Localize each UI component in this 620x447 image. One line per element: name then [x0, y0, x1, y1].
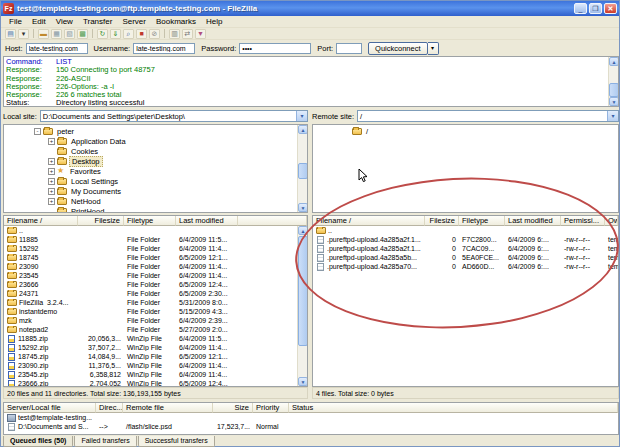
menu-item-transfer[interactable]: Transfer [78, 17, 118, 26]
file-row[interactable]: 23090.zip11,376,5...WinZip File6/4/2009 … [4, 361, 307, 370]
port-input[interactable] [336, 43, 362, 54]
column-header-owner-[interactable]: Owner/... [605, 216, 618, 226]
column-header-size[interactable]: Size [213, 403, 253, 413]
cancel-icon[interactable]: ■ [136, 29, 147, 39]
column-header-status[interactable]: Status [289, 403, 618, 413]
quickconnect-dropdown-icon[interactable]: ▾ [428, 42, 439, 55]
tab-successful-transfers[interactable]: Successful transfers [138, 436, 215, 447]
queue-row[interactable]: test@template-testing... [4, 413, 618, 422]
expand-icon[interactable]: + [48, 178, 55, 185]
queue-row[interactable]: D:\Documents and S...-->/flash/slice.psd… [4, 422, 618, 431]
tab-failed-transfers[interactable]: Failed transfers [74, 436, 136, 447]
menu-item-file[interactable]: File [4, 17, 27, 26]
file-row[interactable]: 23090File Folder6/4/2009 11:4... [4, 262, 307, 271]
find-files-icon[interactable]: ⌕ [123, 29, 134, 39]
tree-item-favorites[interactable]: +★Favorites [4, 166, 307, 176]
tab-queued-files-50-[interactable]: Queued files (50) [3, 436, 73, 447]
column-header-filesize[interactable]: Filesize [425, 216, 459, 226]
file-row[interactable]: 23666.zip2,704,052WinZip File6/5/2009 12… [4, 379, 307, 387]
collapse-icon[interactable]: - [34, 128, 41, 135]
local-list-scrollbar[interactable]: ▲ ▼ [297, 226, 307, 386]
column-header-filetype[interactable]: Filetype [124, 216, 176, 226]
tree-item-cookies[interactable]: Cookies [4, 146, 307, 156]
refresh-icon[interactable]: ↻ [97, 29, 108, 39]
tree-item-printhood[interactable]: PrintHood [4, 206, 307, 213]
scroll-up-icon[interactable]: ▲ [298, 226, 308, 235]
column-header-filename[interactable]: Filename / [313, 216, 425, 226]
quickconnect-button[interactable]: Quickconnect [368, 42, 427, 55]
tree-item-desktop[interactable]: +Desktop [4, 156, 307, 166]
file-row[interactable]: 15292.zip37,507,2...WinZip File6/4/2009 … [4, 343, 307, 352]
menu-item-help[interactable]: Help [201, 17, 227, 26]
file-row[interactable]: 11885.zip20,056,3...WinZip File6/4/2009 … [4, 334, 307, 343]
disconnect-icon[interactable]: ⊘ [149, 29, 160, 39]
expand-icon[interactable]: + [48, 198, 55, 205]
column-header-filename[interactable]: Filename / [4, 216, 78, 226]
menu-item-bookmarks[interactable]: Bookmarks [151, 17, 201, 26]
file-row[interactable]: .pureftpd-upload.4a285a2f.1...07CAC09...… [313, 244, 618, 253]
file-row[interactable]: 15292File Folder6/4/2009 11:4... [4, 244, 307, 253]
expand-icon[interactable]: + [48, 138, 55, 145]
column-header-last-modified[interactable]: Last modified [176, 216, 238, 226]
tree-item-nethood[interactable]: +NetHood [4, 196, 307, 206]
file-row[interactable]: mzkFile Folder6/4/2009 2:39... [4, 316, 307, 325]
file-row[interactable]: FileZilla_3.2.4...File Folder5/31/2009 8… [4, 298, 307, 307]
column-header-server-local-file[interactable]: Server/Local file [4, 403, 96, 413]
menu-item-view[interactable]: View [51, 17, 78, 26]
tree-item-my-documents[interactable]: +My Documents [4, 186, 307, 196]
scroll-down-icon[interactable]: ▼ [298, 377, 308, 386]
host-input[interactable] [26, 43, 88, 54]
file-row[interactable]: .. [4, 226, 307, 235]
file-row[interactable]: instantdemoFile Folder5/15/2009 4:3... [4, 307, 307, 316]
local-tree-scrollbar[interactable]: ▲ ▼ [297, 125, 307, 212]
local-treeview-toggle-icon[interactable]: ▦ [51, 29, 62, 39]
file-row[interactable]: .pureftpd-upload.4a285a5b...05EA0FCE...6… [313, 253, 618, 262]
close-button[interactable]: ✕ [604, 3, 617, 14]
file-row[interactable]: .pureftpd-upload.4a285a70...0AD660D...6/… [313, 262, 618, 271]
scroll-up-icon[interactable]: ▲ [609, 57, 619, 66]
chevron-down-icon[interactable]: ▾ [607, 111, 618, 121]
column-header-permissi-[interactable]: Permissi... [561, 216, 605, 226]
expand-icon[interactable]: + [48, 158, 55, 165]
file-row[interactable]: 23545.zip6,358,812WinZip File6/4/2009 11… [4, 370, 307, 379]
remote-treeview-toggle-icon[interactable]: ▧ [64, 29, 75, 39]
username-input[interactable] [133, 43, 195, 54]
tree-item-peter[interactable]: -peter [4, 126, 307, 136]
file-row[interactable]: 23666File Folder6/5/2009 12:4... [4, 280, 307, 289]
file-row[interactable]: notepad2File Folder5/27/2009 2:0... [4, 325, 307, 334]
tree-item-local-settings[interactable]: +Local Settings [4, 176, 307, 186]
message-log-toggle-icon[interactable]: ▬ [38, 29, 49, 39]
column-header-last-modified[interactable]: Last modified [505, 216, 561, 226]
file-row[interactable]: 23545File Folder6/4/2009 11:4... [4, 271, 307, 280]
scroll-down-icon[interactable]: ▼ [609, 97, 619, 106]
transfer-queue-toggle-icon[interactable]: ▩ [77, 29, 88, 39]
file-row[interactable]: .. [313, 226, 618, 235]
scroll-down-icon[interactable]: ▼ [298, 203, 308, 212]
directory-comparison-icon[interactable]: ▥ [169, 29, 180, 39]
expand-icon[interactable]: + [48, 168, 55, 175]
filter-icon[interactable]: ▼ [195, 29, 206, 39]
file-row[interactable]: 18745.zip14,084,9...WinZip File6/5/2009 … [4, 352, 307, 361]
maximize-button[interactable]: ❐ [589, 3, 602, 14]
remote-site-combobox[interactable]: / ▾ [357, 110, 619, 122]
tree-item--[interactable]: / [313, 126, 618, 136]
column-header-direc-[interactable]: Direc... [96, 403, 123, 413]
column-header-filetype[interactable]: Filetype [459, 216, 505, 226]
site-manager-icon[interactable]: ▤ [5, 29, 16, 39]
scroll-up-icon[interactable]: ▲ [298, 125, 308, 134]
column-header-priority[interactable]: Priority [253, 403, 289, 413]
file-row[interactable]: 24371File Folder6/5/2009 2:30... [4, 289, 307, 298]
expand-icon[interactable]: + [48, 188, 55, 195]
log-scrollbar[interactable]: ▲ ▼ [608, 57, 618, 106]
column-header-filesize[interactable]: Filesize [78, 216, 124, 226]
file-row[interactable]: .pureftpd-upload.4a285a2f.1...0F7C2800..… [313, 235, 618, 244]
column-header-remote-file[interactable]: Remote file [123, 403, 213, 413]
site-manager-dropdown-icon[interactable]: ▾ [18, 29, 29, 39]
menu-item-edit[interactable]: Edit [27, 17, 51, 26]
local-site-combobox[interactable]: D:\Documents and Settings\peter\Desktop\… [40, 110, 308, 122]
file-row[interactable]: 11885File Folder6/4/2009 11:5... [4, 235, 307, 244]
minimize-button[interactable]: _ [574, 3, 587, 14]
process-queue-icon[interactable]: ⇓ [110, 29, 121, 39]
password-input[interactable] [239, 43, 311, 54]
menu-item-server[interactable]: Server [117, 17, 151, 26]
